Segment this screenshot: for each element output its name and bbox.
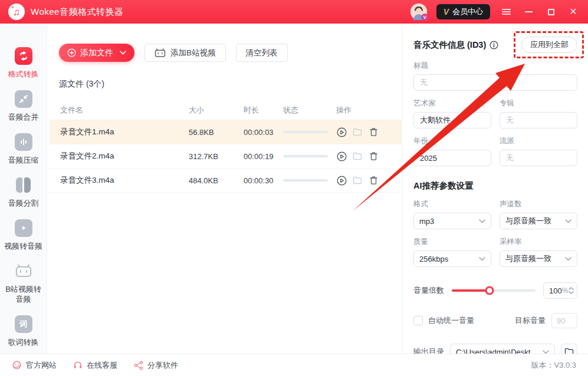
menu-icon[interactable] [500,5,513,18]
clear-list-button[interactable]: 清空列表 [236,44,288,62]
quality-label: 质量 [413,237,491,247]
official-site-link[interactable]: 官方网站 [12,360,57,371]
target-volume-field[interactable]: 90 [551,313,577,328]
sidebar-item-video-to-audio[interactable]: 视频转音频 [1,219,46,251]
samplerate-select[interactable]: 与原音频一致 [500,250,577,267]
play-icon[interactable] [336,175,347,186]
delete-icon[interactable] [368,151,379,161]
progress-bar [283,179,328,182]
table-row[interactable]: 录音文件3.m4a 484.0KB 00:00:30 [50,169,402,193]
share-app-link[interactable]: 分享软件 [134,360,178,371]
format-select[interactable]: mp3 [413,213,491,229]
file-duration: 00:00:19 [244,152,283,161]
slider-thumb[interactable] [485,286,494,295]
year-label: 年份 [413,136,491,146]
user-avatar[interactable]: V [410,4,427,20]
file-name: 录音文件1.m4a [60,127,189,137]
album-field[interactable]: 无 [500,112,577,128]
share-app-label: 分享软件 [147,360,178,371]
audio-merge-icon [15,90,32,108]
auto-volume-label: 自动统一音量 [428,315,474,326]
sidebar-item-audio-merge[interactable]: 音频合并 [1,90,46,122]
add-file-button[interactable]: 添加文件 [59,44,134,62]
stepper-up-icon[interactable] [569,287,574,290]
add-file-label: 添加文件 [80,48,113,58]
settings-panel: 音乐文件信息 (ID3) 应用到全部 标题 无 艺术家 大鹅软件 专辑 无 [402,24,588,354]
play-icon[interactable] [336,127,347,137]
file-toolbar: 添加文件 添加B站视频 清空列表 [59,44,402,62]
file-status [283,179,336,182]
open-folder-icon[interactable] [352,127,363,137]
sidebar-item-bilibili-to-audio[interactable]: B站视频转音频 [1,262,46,304]
album-label: 专辑 [500,98,577,108]
minimize-button[interactable] [522,5,535,18]
close-button[interactable]: ✕ [567,5,580,18]
file-size: 484.0KB [189,176,244,185]
app-title: Wokee音频格式转换器 [31,6,123,18]
sidebar-item-audio-split[interactable]: 音频分割 [1,176,46,208]
sidebar-label: 音频分割 [3,198,44,208]
version-text: 版本：V3.0.3 [531,360,576,371]
member-center-label: 会员中心 [452,6,483,17]
sidebar-item-audio-compress[interactable]: 音频压缩 [1,133,46,165]
maximize-button[interactable] [544,5,557,18]
file-duration: 00:00:30 [244,176,283,185]
column-header-duration: 时长 [244,105,283,116]
ai-params-heading: AI推荐参数设置 [413,180,577,192]
title-field[interactable]: 无 [413,74,577,91]
volume-slider[interactable] [452,289,536,292]
file-size: 312.7KB [189,152,244,161]
sidebar: 格式转换 音频合并 音频压缩 音频分割 视频转音频 [0,24,47,354]
sidebar-label: 音频合并 [3,112,44,122]
artist-field[interactable]: 大鹅软件 [413,112,491,128]
source-files-title: 源文件 (3个) [59,79,402,90]
volume-value: 100 [549,286,562,295]
volume-stepper[interactable]: 100 % [543,282,577,299]
artist-label: 艺术家 [413,98,491,108]
year-field[interactable]: 2025 [413,150,491,166]
sidebar-item-format-convert[interactable]: 格式转换 [1,47,46,79]
sidebar-label: 歌词转换 [3,337,44,347]
delete-icon[interactable] [368,175,379,186]
sidebar-label: B站视频转音频 [3,284,44,304]
app-window: ✦ ♫ Wokee音频格式转换器 V V 会员中心 ✕ [0,0,588,376]
sidebar-label: 音频压缩 [3,155,44,165]
clear-list-label: 清空列表 [246,48,278,58]
sidebar-label: 格式转换 [3,69,44,79]
stepper-down-icon[interactable] [569,291,574,294]
channels-select[interactable]: 与原音频一致 [500,213,577,229]
plus-circle-icon [67,48,76,57]
vip-icon: V [444,7,449,17]
add-bilibili-button[interactable]: 添加B站视频 [144,44,226,62]
table-row[interactable]: 录音文件1.m4a 56.8KB 00:00:03 [50,120,402,144]
samplerate-label: 采样率 [500,237,577,247]
sidebar-item-lyrics-convert[interactable]: 词 歌词转换 [1,315,46,347]
format-label: 格式 [413,199,491,209]
file-name: 录音文件3.m4a [60,175,189,186]
apply-to-all-button[interactable]: 应用到全部 [521,37,577,53]
genre-field[interactable]: 无 [500,150,577,166]
official-site-label: 官方网站 [26,360,57,371]
bilibili-tv-icon [15,262,32,280]
slider-fill [452,289,490,292]
auto-volume-checkbox[interactable] [413,316,423,325]
info-icon[interactable] [490,41,498,50]
online-support-link[interactable]: 在线客服 [73,360,117,371]
member-center-button[interactable]: V 会员中心 [436,4,490,19]
file-duration: 00:00:03 [244,128,283,137]
channels-label: 声道数 [500,199,577,209]
open-folder-icon[interactable] [352,151,363,161]
file-table: 文件名 大小 时长 状态 操作 录音文件1.m4a 56.8KB 00:00:0… [50,100,402,193]
quality-select[interactable]: 256kbps [413,250,491,267]
bilibili-tv-icon [155,48,166,58]
apply-to-all-label: 应用到全部 [530,39,569,50]
sidebar-label: 视频转音频 [3,241,44,251]
table-row[interactable]: 录音文件2.m4a 312.7KB 00:00:19 [50,144,402,169]
avatar-vip-badge: V [421,14,429,21]
delete-icon[interactable] [368,127,379,137]
open-folder-icon[interactable] [352,175,363,186]
play-icon[interactable] [336,151,347,161]
video-to-audio-icon [15,219,32,237]
add-bilibili-label: 添加B站视频 [170,48,216,58]
audio-compress-icon [15,133,32,151]
